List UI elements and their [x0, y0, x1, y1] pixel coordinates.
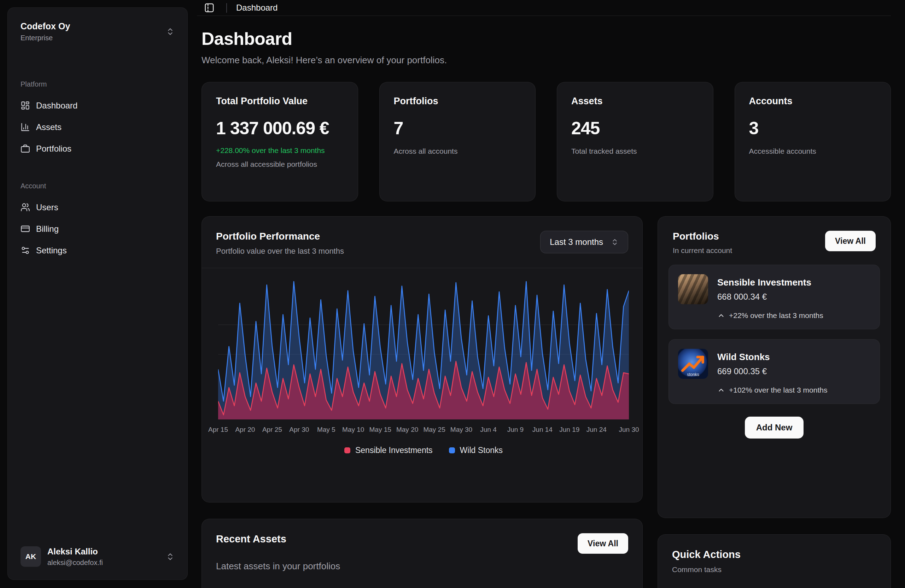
user-info: Aleksi Kallio aleksi@codefox.fi [48, 547, 103, 567]
portfolios-panel-head: Portfolios In current account View All [668, 231, 880, 255]
portfolio-trend-text: +22% over the last 3 months [729, 311, 823, 320]
org-switcher[interactable]: Codefox Oy Enterprise [17, 17, 178, 46]
credit-card-icon [21, 224, 30, 234]
bar-chart-icon [21, 122, 30, 132]
recent-assets-card: Recent Assets View All Latest assets in … [202, 519, 643, 588]
portfolio-thumbnail-stonks: stonks [678, 349, 708, 379]
sidebar-section-platform: Platform Dashboard Assets Portfolios [17, 80, 178, 159]
user-name: Aleksi Kallio [48, 547, 103, 556]
portfolio-item-row: stonks Wild Stonks 669 000.35 € [678, 349, 870, 379]
legend-label: Sensible Investments [355, 445, 433, 455]
content-columns: Portfolio Performance Portfolio value ov… [202, 216, 891, 588]
dashboard-icon [21, 101, 30, 110]
recent-assets-view-all-button[interactable]: View All [578, 533, 628, 554]
stat-value: 245 [571, 118, 699, 138]
topbar: Dashboard [197, 0, 891, 16]
add-new-wrap: Add New [668, 417, 880, 439]
chevrons-up-down-icon [166, 552, 175, 561]
portfolio-name: Wild Stonks [717, 352, 770, 363]
portfolio-list-item[interactable]: Sensible Investments 668 000.34 € +22% o… [668, 265, 880, 329]
page-subtitle: Welcome back, Aleksi! Here’s an overview… [202, 55, 891, 66]
quick-actions-subtitle: Common tasks [672, 566, 876, 574]
legend-swatch [449, 447, 455, 453]
right-column: Portfolios In current account View All S… [657, 216, 891, 588]
x-axis-tick: May 20 [396, 426, 418, 434]
sidebar-item-assets[interactable]: Assets [17, 116, 178, 138]
stat-caption: Across all accounts [394, 147, 521, 155]
portfolio-value: 669 000.35 € [717, 366, 770, 376]
sidebar-item-label: Users [36, 203, 58, 212]
page-title: Dashboard [202, 29, 891, 49]
performance-card-head: Portfolio Performance Portfolio value ov… [202, 217, 642, 268]
performance-chart [218, 278, 629, 420]
x-axis-labels: Apr 15Apr 20Apr 25Apr 30May 5May 10May 1… [218, 426, 629, 436]
sidebar-item-dashboard[interactable]: Dashboard [17, 95, 178, 116]
stat-title: Assets [571, 96, 699, 107]
briefcase-icon [21, 144, 30, 153]
performance-chart-svg [218, 278, 629, 420]
left-column: Portfolio Performance Portfolio value ov… [202, 216, 643, 588]
stat-value: 3 [749, 118, 877, 138]
topbar-separator [226, 3, 227, 13]
portfolios-panel: Portfolios In current account View All S… [657, 216, 891, 518]
portfolios-panel-subtitle: In current account [673, 246, 732, 255]
sidebar-item-users[interactable]: Users [17, 197, 178, 218]
portfolio-trend: +102% over the last 3 months [717, 386, 870, 395]
stat-card-portfolios: Portfolios 7 Across all accounts [379, 82, 536, 201]
sidebar-item-settings[interactable]: Settings [17, 239, 178, 261]
recent-assets-title: Recent Assets [216, 533, 286, 545]
sidebar-item-label: Billing [36, 224, 59, 234]
portfolio-value: 668 000.34 € [717, 292, 811, 302]
x-axis-tick: May 5 [317, 426, 335, 434]
portfolios-panel-titles: Portfolios In current account [673, 231, 732, 255]
page-head: Dashboard Welcome back, Aleksi! Here’s a… [202, 29, 891, 66]
chevron-up-icon [717, 386, 725, 394]
stat-caption: Across all accessible portfolios [216, 160, 344, 168]
sidebar-item-billing[interactable]: Billing [17, 218, 178, 239]
x-axis-tick: Jun 4 [480, 426, 496, 434]
sidebar-toggle-button[interactable] [202, 0, 217, 16]
performance-title: Portfolio Performance [216, 231, 344, 242]
x-axis-tick: May 25 [423, 426, 445, 434]
time-range-select[interactable]: Last 3 months [540, 231, 628, 254]
stat-title: Portfolios [394, 96, 521, 107]
x-axis-tick: Jun 19 [559, 426, 580, 434]
section-label: Platform [17, 80, 178, 88]
legend-item-sensible: Sensible Investments [345, 445, 433, 455]
user-email: aleksi@codefox.fi [48, 559, 103, 567]
stat-value: 7 [394, 118, 521, 138]
x-axis-tick: May 30 [450, 426, 472, 434]
sidebar-item-portfolios[interactable]: Portfolios [17, 138, 178, 159]
chart-legend: Sensible Investments Wild Stonks [218, 445, 629, 455]
sidebar-section-account: Account Users Billing Settings [17, 182, 178, 261]
app-root: Codefox Oy Enterprise Platform Dashboard… [0, 0, 905, 588]
portfolio-list-item[interactable]: stonks Wild Stonks 669 000.35 € +102% ov… [668, 339, 880, 404]
chevrons-up-down-icon [611, 238, 619, 246]
sidebar: Codefox Oy Enterprise Platform Dashboard… [8, 8, 188, 580]
add-new-button[interactable]: Add New [745, 417, 804, 439]
x-axis-tick: Jun 30 [619, 426, 639, 434]
portfolio-item-row: Sensible Investments 668 000.34 € [678, 274, 870, 304]
org-plan: Enterprise [21, 34, 70, 42]
stat-card-accounts: Accounts 3 Accessible accounts [735, 82, 891, 201]
users-icon [21, 203, 30, 212]
stat-card-total-value: Total Portfolio Value 1 337 000.69 € +22… [202, 82, 358, 201]
portfolio-trend: +22% over the last 3 months [717, 311, 870, 320]
content: Dashboard Welcome back, Aleksi! Here’s a… [197, 16, 891, 588]
sidebar-item-label: Portfolios [36, 144, 71, 154]
performance-card: Portfolio Performance Portfolio value ov… [202, 216, 643, 502]
stat-value: 1 337 000.69 € [216, 118, 344, 138]
stat-trend: +228.00% over the last 3 months [216, 146, 344, 155]
performance-card-titles: Portfolio Performance Portfolio value ov… [216, 231, 344, 256]
stat-title: Accounts [749, 96, 877, 107]
stonks-caption: stonks [678, 372, 708, 377]
user-menu[interactable]: AK Aleksi Kallio aleksi@codefox.fi [17, 543, 178, 571]
org-name: Codefox Oy [21, 21, 70, 32]
portfolio-trend-text: +102% over the last 3 months [729, 386, 827, 395]
portfolio-name: Sensible Investments [717, 277, 811, 288]
avatar: AK [21, 546, 41, 567]
chevrons-up-down-icon [166, 27, 175, 36]
org-info: Codefox Oy Enterprise [21, 21, 70, 42]
chart-body: Apr 15Apr 20Apr 25Apr 30May 5May 10May 1… [202, 268, 642, 455]
portfolios-view-all-button[interactable]: View All [825, 231, 876, 251]
